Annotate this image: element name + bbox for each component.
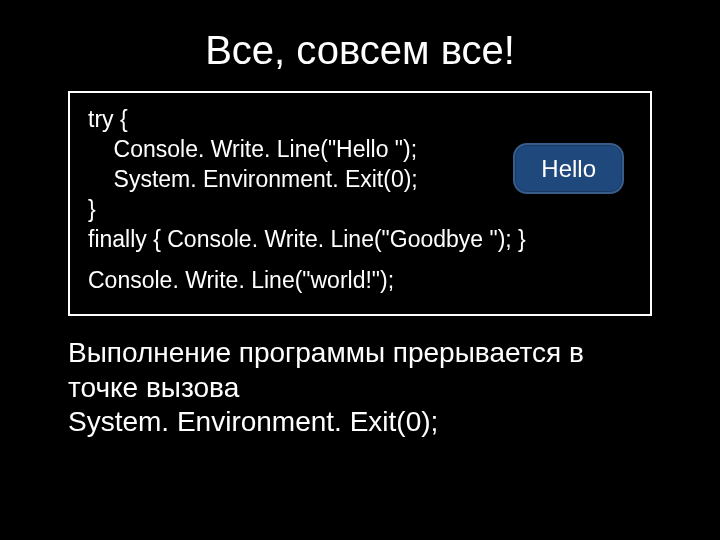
code-line: try { xyxy=(88,105,632,135)
code-line: finally { Console. Write. Line("Goodbye … xyxy=(88,225,632,255)
code-line: Console. Write. Line("world!"); xyxy=(88,266,632,296)
code-line: } xyxy=(88,195,632,225)
slide: Все, совсем все! try { Console. Write. L… xyxy=(0,0,720,540)
blank-line xyxy=(88,254,632,266)
description-line: System. Environment. Exit(0); xyxy=(68,405,652,439)
description: Выполнение программы прерывается в точке… xyxy=(68,336,652,438)
output-callout: Hello xyxy=(513,143,624,194)
description-line: Выполнение программы прерывается в точке… xyxy=(68,336,652,404)
code-box: try { Console. Write. Line("Hello "); Sy… xyxy=(68,91,652,316)
page-title: Все, совсем все! xyxy=(48,28,672,73)
